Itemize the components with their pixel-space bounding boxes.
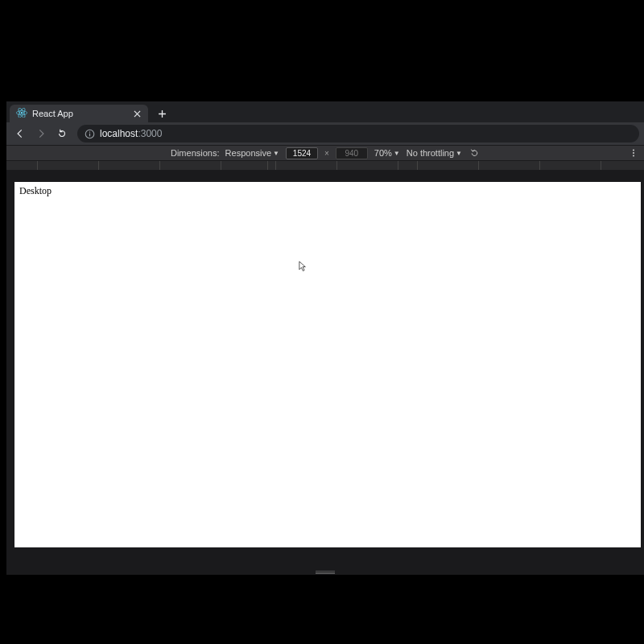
- svg-point-0: [21, 112, 23, 114]
- zoom-value: 70%: [374, 148, 392, 158]
- browser-tab[interactable]: React App: [10, 105, 148, 122]
- dimensions-dropdown[interactable]: Dimensions: Responsive ▼: [171, 148, 279, 158]
- dimensions-mode: Responsive: [225, 148, 271, 158]
- url-port: :3000: [138, 128, 162, 139]
- address-bar[interactable]: localhost:3000: [77, 125, 639, 142]
- throttling-dropdown[interactable]: No throttling ▼: [407, 148, 462, 158]
- svg-rect-6: [89, 131, 89, 132]
- device-toolbar-menu-icon[interactable]: [628, 147, 639, 159]
- cursor-icon: [299, 261, 307, 272]
- height-input[interactable]: [336, 147, 368, 159]
- chevron-down-icon: ▼: [273, 150, 279, 157]
- rotate-button[interactable]: [469, 147, 480, 159]
- svg-point-9: [633, 155, 634, 157]
- page-text: Desktop: [19, 185, 52, 196]
- chevron-down-icon: ▼: [394, 150, 400, 157]
- react-favicon-icon: [16, 108, 27, 119]
- forward-button[interactable]: [32, 125, 50, 142]
- drag-handle-icon[interactable]: [316, 571, 335, 574]
- chevron-down-icon: ▼: [456, 150, 462, 157]
- new-tab-button[interactable]: [153, 105, 171, 122]
- browser-window: React App localhost:3000: [6, 101, 644, 575]
- back-button[interactable]: [11, 125, 29, 142]
- site-info-icon[interactable]: [84, 128, 95, 139]
- reload-button[interactable]: [53, 125, 71, 142]
- ruler: [6, 161, 644, 171]
- url-text: localhost:3000: [100, 128, 162, 139]
- svg-point-7: [633, 150, 634, 151]
- svg-point-8: [633, 152, 634, 154]
- page-content[interactable]: Desktop: [14, 182, 641, 547]
- tab-title: React App: [32, 109, 127, 118]
- url-host: localhost: [100, 128, 138, 139]
- viewport-area: Desktop: [6, 171, 644, 575]
- width-input[interactable]: [286, 147, 318, 159]
- tab-strip: React App: [6, 101, 644, 122]
- throttling-value: No throttling: [407, 148, 454, 158]
- close-tab-icon[interactable]: [132, 109, 142, 118]
- dimension-separator: ×: [324, 149, 329, 158]
- zoom-dropdown[interactable]: 70% ▼: [374, 148, 400, 158]
- dimensions-label: Dimensions:: [171, 148, 220, 158]
- device-toolbar: Dimensions: Responsive ▼ × 70% ▼ No thro…: [6, 145, 644, 161]
- svg-rect-5: [89, 133, 89, 136]
- toolbar: localhost:3000: [6, 122, 644, 145]
